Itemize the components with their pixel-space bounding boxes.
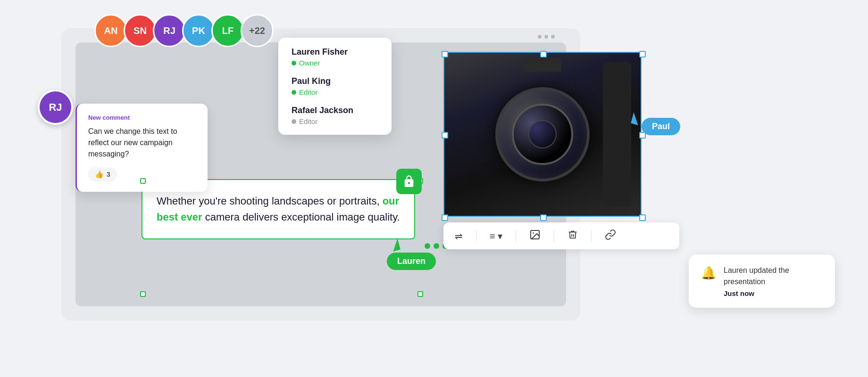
text-after-highlight: camera delivers exceptional image qualit… <box>202 211 400 223</box>
toolbar-replace-icon[interactable]: ⇌ <box>455 230 463 242</box>
text-corner-tl[interactable] <box>140 178 146 184</box>
lauren-cursor-label: Lauren <box>387 253 436 270</box>
avatar-lf[interactable]: LF <box>211 14 244 47</box>
cam-corner-bl[interactable] <box>442 214 448 221</box>
avatar-an[interactable]: AN <box>94 14 127 47</box>
comment-label: New comment <box>88 114 196 121</box>
collab-name-paul: Paul King <box>292 76 378 86</box>
camera-lens-outer <box>495 87 590 181</box>
collab-role-lauren: Owner <box>292 59 378 67</box>
notification-title: Lauren updated the presentation <box>724 265 823 287</box>
collab-item-rafael: Rafael Jackson Editor <box>292 106 378 125</box>
lock-icon-box[interactable] <box>396 169 422 194</box>
lauren-cursor-arrow <box>390 238 401 251</box>
collab-name-lauren: Lauren Fisher <box>292 47 378 57</box>
cam-corner-tl[interactable] <box>442 51 448 57</box>
role-dot-paul <box>292 90 296 95</box>
dot-2 <box>434 243 439 249</box>
collaborators-dropdown: Lauren Fisher Owner Paul King Editor Raf… <box>278 38 392 135</box>
role-label-rafael: Editor <box>299 117 317 125</box>
toolbar-delete-icon[interactable] <box>568 229 578 242</box>
camera-grip <box>603 62 631 206</box>
avatar-sn[interactable]: SN <box>124 14 157 47</box>
reaction-count: 3 <box>107 171 110 178</box>
dot-1 <box>425 243 430 249</box>
notification-time: Just now <box>724 289 823 297</box>
notification-card: 🔔 Lauren updated the presentation Just n… <box>689 254 835 308</box>
toolbar-divider-3 <box>554 230 554 242</box>
cam-corner-ml[interactable] <box>442 132 448 139</box>
camera-lens-inner <box>512 104 573 165</box>
text-before-highlight: Whether you're shooting landscapes or po… <box>157 195 383 207</box>
avatar-row: AN SN RJ PK LF +22 <box>94 14 274 47</box>
comment-reaction[interactable]: 👍 3 <box>88 167 117 181</box>
toolbar: ⇌ ≡ ▾ <box>443 222 679 249</box>
collab-item-paul: Paul King Editor <box>292 76 378 96</box>
toolbar-align-icon[interactable]: ≡ ▾ <box>490 230 502 242</box>
dot-3 <box>551 35 555 39</box>
cam-corner-br[interactable] <box>639 214 646 221</box>
camera-top-bump <box>524 57 561 72</box>
three-dots-header <box>538 35 555 39</box>
paul-cursor-label: Paul <box>642 118 680 135</box>
notification-content: Lauren updated the presentation Just now <box>724 265 823 297</box>
comment-text: Can we change this text to reflect our n… <box>88 126 196 160</box>
text-corner-bl[interactable] <box>140 291 146 297</box>
cam-corner-bm[interactable] <box>540 214 547 221</box>
collab-role-paul: Editor <box>292 88 378 96</box>
cam-corner-tr[interactable] <box>639 51 646 57</box>
dot-2 <box>544 35 548 39</box>
role-dot-rafael <box>292 119 296 124</box>
camera-body-shell <box>444 53 641 216</box>
text-corner-br[interactable] <box>417 291 423 297</box>
svg-point-1 <box>533 232 534 234</box>
cam-corner-tm[interactable] <box>540 51 547 57</box>
paul-cursor-arrow <box>631 112 641 125</box>
collab-item-lauren: Lauren Fisher Owner <box>292 47 378 67</box>
camera-lens-center <box>528 120 557 148</box>
avatar-rj[interactable]: RJ <box>153 14 186 47</box>
role-label-paul: Editor <box>299 88 317 96</box>
avatar-more[interactable]: +22 <box>241 14 274 47</box>
toolbar-divider-2 <box>516 230 516 242</box>
role-dot-lauren <box>292 61 296 66</box>
collab-role-rafael: Editor <box>292 117 378 125</box>
toolbar-divider-4 <box>591 230 592 242</box>
paul-cursor: Paul <box>632 113 640 124</box>
toolbar-divider-1 <box>476 230 476 242</box>
bell-icon: 🔔 <box>701 266 716 280</box>
toolbar-image-icon[interactable] <box>529 229 541 243</box>
role-label-lauren: Owner <box>299 59 320 67</box>
avatar-pk[interactable]: PK <box>182 14 215 47</box>
collab-name-rafael: Rafael Jackson <box>292 106 378 115</box>
camera-area <box>443 52 642 217</box>
lauren-cursor: Lauren <box>392 239 399 251</box>
toolbar-link-icon[interactable] <box>605 229 616 243</box>
dot-1 <box>538 35 542 39</box>
rj-floating-avatar[interactable]: RJ <box>38 90 73 125</box>
reaction-emoji: 👍 <box>95 170 104 179</box>
lock-icon <box>402 175 416 188</box>
